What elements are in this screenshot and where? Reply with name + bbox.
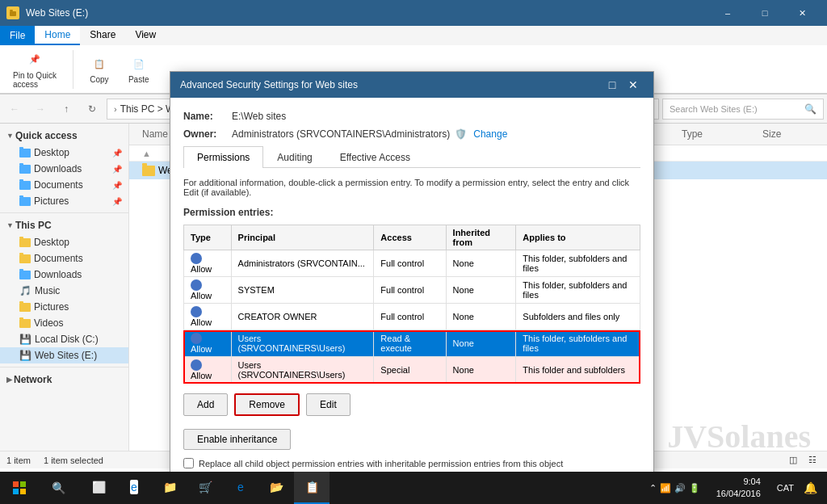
music-icon: 🎵 [19,285,31,296]
taskbar-app-ie[interactable]: e [223,472,258,504]
tab-home[interactable]: Home [35,26,80,45]
window-controls: – □ ✕ [709,0,821,26]
sidebar-item-web-sites[interactable]: 💾 Web Sites (E:) [0,347,128,363]
sidebar-quick-access-header[interactable]: ▼ Quick access [0,127,128,145]
store-icon: 🛒 [199,481,212,494]
sidebar-item-music-pc[interactable]: 🎵 Music [0,283,128,299]
tab-permissions[interactable]: Permissions [183,146,263,168]
dialog-tabs: Permissions Auditing Effective Access [183,146,640,168]
expand-arrow-icon: ▶ [6,376,12,384]
sidebar-item-desktop-pc[interactable]: Desktop [0,234,128,250]
pin-to-quick-access-button[interactable]: 📌 Pin to Quickaccess [6,47,63,92]
view-large-icons-button[interactable]: ◫ [785,452,801,468]
col-inherited: Inherited from [446,225,516,250]
pin-icon: 📌 [112,149,122,158]
tray-arrow-icon[interactable]: ⌃ [649,483,657,494]
taskbar-apps: ⬜ e 📁 🛒 e 📂 📋 [81,472,330,504]
user-icon [191,333,202,344]
taskbar-app-edge[interactable]: e [116,472,152,504]
sidebar-item-documents-quick[interactable]: Documents 📌 [0,177,128,193]
dialog-restore-button[interactable]: □ [602,74,623,95]
change-link[interactable]: Change [473,128,507,140]
tab-auditing[interactable]: Auditing [263,146,325,168]
tray-battery-icon[interactable]: 🔋 [689,483,700,494]
status-count: 1 item [6,456,31,465]
perm-row-1[interactable]: Allow SYSTEM Full control None This fold… [184,277,640,304]
dialog-title: Advanced Security Settings for Web sites [180,79,602,90]
edit-button[interactable]: Edit [306,393,351,416]
sidebar-divider-2 [0,367,128,368]
tab-effective-access[interactable]: Effective Access [326,146,424,168]
entries-label: Permission entries: [183,207,640,218]
tab-view[interactable]: View [125,26,166,45]
col-type: Type [184,225,232,250]
sidebar-item-desktop-quick[interactable]: Desktop 📌 [0,145,128,161]
dialog-owner-row: Owner: Administrators (SRVCONTAINERS\Adm… [183,128,640,140]
svg-rect-4 [13,489,19,494]
status-right: ◫ ☷ [785,452,821,468]
taskbar-app-store[interactable]: 🛒 [187,472,223,504]
sidebar-this-pc-header[interactable]: ▼ This PC [0,216,128,234]
minimize-button[interactable]: – [709,0,746,26]
enable-inheritance-button[interactable]: Enable inheritance [183,429,291,450]
svg-rect-5 [20,489,26,494]
taskbar-time: 9:04 [716,476,761,488]
taskbar-app-pinned[interactable]: 📋 [294,472,330,504]
maximize-button[interactable]: □ [746,0,783,26]
folder-icon [19,254,31,263]
owner-value: Administrators (SRVCONTAINERS\Administra… [232,128,450,140]
taskbar-app-explorer[interactable]: 📁 [152,472,187,504]
taskbar-clock[interactable]: 9:04 16/04/2016 [710,476,767,501]
view-details-button[interactable]: ☷ [804,452,821,468]
sidebar-item-documents-pc[interactable]: Documents [0,250,128,267]
taskbar-search-button[interactable]: 🔍 [39,472,78,504]
refresh-button[interactable]: ↻ [81,98,103,120]
taskbar-app-task-view[interactable]: ⬜ [81,472,116,504]
sidebar-item-pictures-pc[interactable]: Pictures [0,299,128,315]
dialog-title-bar: Advanced Security Settings for Web sites… [170,72,653,98]
disk-icon: 💾 [19,350,31,361]
back-button[interactable]: ← [3,98,26,120]
tab-share[interactable]: Share [80,26,125,45]
pin-icon: 📌 [25,50,44,69]
col-header-size[interactable]: Size [756,125,821,143]
folder-icon [19,238,31,247]
start-button[interactable] [0,472,39,504]
add-button[interactable]: Add [183,393,228,416]
dialog-close-button[interactable]: ✕ [623,74,644,95]
perm-row-4[interactable]: Allow Users (SRVCONTAINERS\Users) Specia… [184,357,640,384]
sidebar-item-downloads-pc[interactable]: Downloads [0,267,128,283]
replace-checkbox[interactable] [183,458,194,468]
svg-rect-2 [13,481,19,487]
up-button[interactable]: ↑ [55,98,78,120]
sidebar-item-downloads-quick[interactable]: Downloads 📌 [0,161,128,177]
taskbar-app-folder2[interactable]: 📂 [258,472,294,504]
replace-checkbox-row: Replace all child object permission entr… [183,458,640,468]
sidebar-item-pictures-quick[interactable]: Pictures 📌 [0,193,128,209]
tray-network-icon[interactable]: 📶 [660,483,671,494]
svg-rect-3 [20,481,26,487]
window-title: Web Sites (E:) [26,7,709,19]
search-box[interactable]: Search Web Sites (E:) 🔍 [662,99,824,120]
copy-button[interactable]: 📋 Copy [83,51,115,87]
perm-row-2[interactable]: Allow CREATOR OWNER Full control None Su… [184,304,640,330]
sidebar-item-local-disk[interactable]: 💾 Local Disk (C:) [0,331,128,347]
sidebar-network-header[interactable]: ▶ Network [0,371,128,388]
folder-icon [19,319,31,328]
taskbar-date: 16/04/2016 [716,488,761,500]
svg-rect-0 [10,11,16,16]
sidebar-item-videos-pc[interactable]: Videos [0,315,128,331]
paste-button[interactable]: 📄 Paste [122,51,156,87]
tray-volume-icon[interactable]: 🔊 [674,483,686,494]
perm-row-3[interactable]: Allow Users (SRVCONTAINERS\Users) Read &… [184,330,640,357]
folder-icon [19,197,31,206]
folder-icon [19,149,31,158]
col-header-type[interactable]: Type [675,125,756,143]
tab-file[interactable]: File [0,26,35,45]
forward-button[interactable]: → [29,98,52,120]
notification-icon[interactable]: 🔔 [804,481,817,494]
folder-icon: 📂 [270,481,283,494]
remove-button[interactable]: Remove [234,393,300,416]
close-button[interactable]: ✕ [783,0,821,26]
perm-row-0[interactable]: Allow Administrators (SRVCONTAIN... Full… [184,250,640,277]
